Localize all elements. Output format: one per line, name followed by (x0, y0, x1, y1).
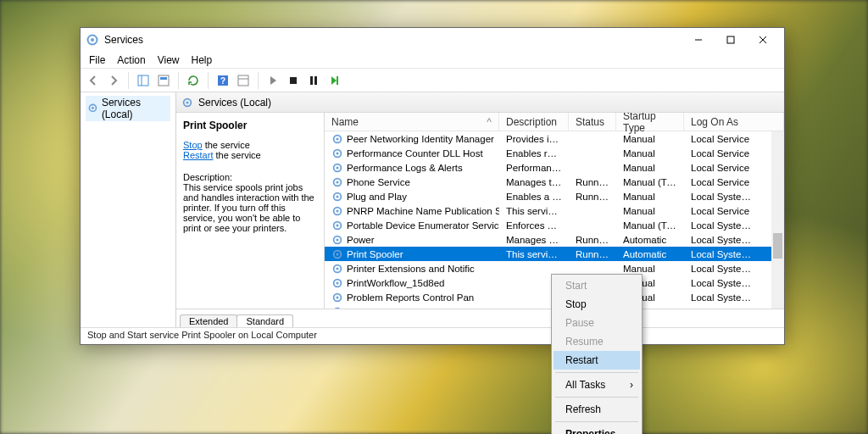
toolbar: ? (81, 69, 784, 92)
stop-service-button[interactable] (284, 71, 303, 90)
restart-link[interactable]: Restart (183, 150, 213, 160)
table-row[interactable]: Peer Networking Identity ManagerProvides… (325, 131, 771, 146)
titlebar[interactable]: Services (81, 28, 784, 52)
gear-icon (331, 205, 343, 217)
ctx-restart[interactable]: Restart (554, 351, 640, 370)
table-row[interactable]: Plug and PlayEnables a co…RunningManualL… (325, 189, 771, 203)
svg-point-43 (336, 281, 338, 284)
svg-point-41 (336, 267, 338, 270)
table-row[interactable]: Program Compatibility AssistRunningManua… (325, 304, 771, 309)
gear-icon (331, 248, 343, 260)
col-logon[interactable]: Log On As (684, 113, 784, 131)
gear-icon (331, 234, 343, 246)
table-row[interactable]: Printer Extensions and NotificManualLoca… (325, 261, 771, 275)
column-headers: Name^ Description Status Startup Type Lo… (325, 113, 784, 131)
svg-point-45 (336, 296, 338, 298)
svg-point-27 (336, 166, 338, 169)
menu-file[interactable]: File (89, 54, 105, 66)
services-window: Services File Action View Help ? (80, 27, 785, 345)
help-button[interactable]: ? (214, 71, 232, 90)
table-row[interactable]: Phone ServiceManages th…RunningManual (T… (325, 175, 771, 189)
svg-text:?: ? (220, 76, 225, 86)
table-row[interactable]: PNRP Machine Name Publication ServiceThi… (325, 203, 771, 218)
svg-point-21 (186, 101, 188, 103)
left-pane: Services (Local) (81, 92, 176, 327)
svg-point-46 (334, 308, 342, 309)
menu-action[interactable]: Action (117, 54, 145, 66)
table-row[interactable]: Performance Logs & AlertsPerformanc…Manu… (325, 160, 771, 175)
svg-point-39 (336, 253, 338, 255)
window-title: Services (104, 34, 682, 46)
right-header-label: Services (Local) (198, 97, 271, 108)
minimize-button[interactable] (682, 29, 715, 51)
gear-icon (331, 292, 343, 303)
tabs: Extended Standard (176, 309, 784, 327)
gear-icon (331, 176, 343, 188)
menu-view[interactable]: View (158, 54, 180, 66)
gear-icon (331, 133, 343, 145)
svg-rect-3 (727, 36, 734, 43)
col-description[interactable]: Description (499, 113, 569, 131)
right-header: Services (Local) (176, 92, 784, 113)
svg-point-1 (91, 38, 94, 42)
svg-rect-12 (238, 75, 248, 86)
gear-icon (331, 162, 343, 174)
svg-point-23 (336, 137, 338, 140)
tab-standard[interactable]: Standard (236, 314, 293, 327)
svg-point-29 (336, 181, 338, 183)
ctx-all-tasks[interactable]: All Tasks (554, 376, 640, 394)
gear-icon (181, 97, 193, 108)
refresh-button[interactable] (184, 71, 203, 90)
gear-icon (331, 306, 343, 309)
ctx-properties[interactable]: Properties (554, 425, 640, 434)
scrollbar[interactable] (771, 131, 784, 309)
col-name[interactable]: Name^ (325, 113, 499, 131)
stop-link[interactable]: Stop (183, 140, 203, 150)
table-row[interactable]: PowerManages po…RunningAutomaticLocal Sy… (325, 232, 771, 247)
context-menu: Start Stop Pause Resume Restart All Task… (551, 274, 643, 434)
menu-help[interactable]: Help (192, 54, 213, 66)
svg-point-19 (92, 107, 94, 109)
tree-item-services-local[interactable]: Services (Local) (86, 96, 170, 121)
svg-rect-9 (160, 77, 167, 80)
svg-rect-8 (159, 75, 169, 86)
close-button[interactable] (747, 29, 779, 51)
gear-icon (86, 33, 99, 47)
show-hide-tree-button[interactable] (134, 71, 153, 90)
forward-button[interactable] (104, 71, 123, 90)
maximize-button[interactable] (715, 29, 747, 51)
col-status[interactable]: Status (569, 113, 616, 131)
back-button[interactable] (84, 71, 103, 90)
ctx-refresh[interactable]: Refresh (554, 400, 640, 419)
svg-rect-6 (138, 75, 148, 86)
table-row[interactable]: Problem Reports Control PanManualLocal S… (325, 290, 771, 304)
ctx-resume: Resume (554, 332, 640, 351)
ctx-start: Start (554, 276, 640, 295)
menubar: File Action View Help (81, 52, 784, 69)
restart-service-button[interactable] (325, 71, 343, 90)
gear-icon (331, 147, 343, 159)
gear-icon (331, 220, 343, 231)
gear-icon (331, 277, 343, 289)
ctx-pause: Pause (554, 314, 640, 332)
gear-icon (87, 103, 98, 114)
tree-item-label: Services (Local) (102, 97, 169, 120)
svg-point-31 (336, 195, 338, 198)
properties-button[interactable] (234, 71, 253, 90)
table-row[interactable]: Performance Counter DLL HostEnables rem…… (325, 146, 771, 160)
start-service-button[interactable] (264, 71, 282, 90)
detail-pane: Print Spooler Stop the service Restart t… (176, 113, 325, 309)
tab-extended[interactable]: Extended (180, 314, 237, 327)
pause-service-button[interactable] (304, 71, 323, 90)
table-row[interactable]: Print SpoolerThis service …RunningAutoma… (325, 247, 771, 261)
gear-icon (331, 263, 343, 275)
col-startup[interactable]: Startup Type (616, 113, 684, 131)
table-row[interactable]: Portable Device Enumerator ServiceEnforc… (325, 218, 771, 232)
scrollbar-thumb[interactable] (773, 233, 782, 259)
svg-point-35 (336, 224, 338, 226)
svg-rect-16 (314, 76, 317, 85)
export-button[interactable] (154, 71, 173, 90)
ctx-stop[interactable]: Stop (554, 295, 640, 314)
svg-point-25 (336, 152, 338, 154)
table-row[interactable]: PrintWorkflow_15d8edManualLocal Syste… (325, 275, 771, 290)
